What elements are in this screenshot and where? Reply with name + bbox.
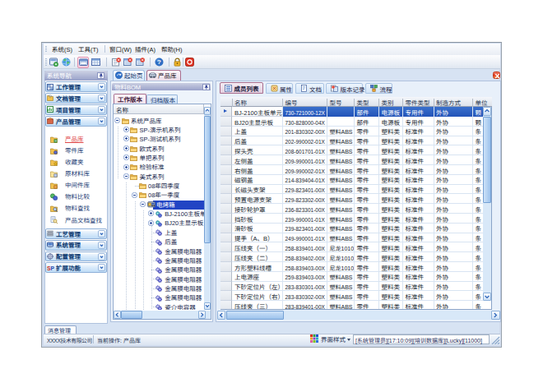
svg-text:P: P (51, 265, 55, 270)
svg-text:?: ? (157, 58, 161, 66)
